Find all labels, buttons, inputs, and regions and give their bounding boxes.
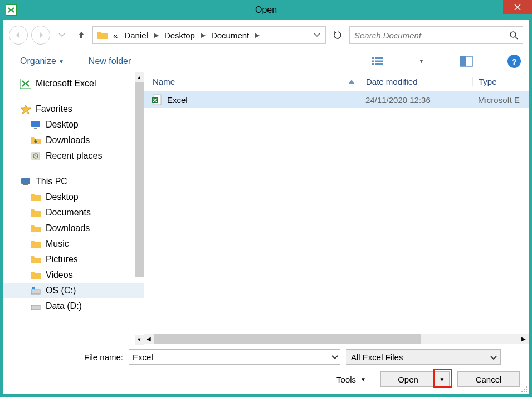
open-button[interactable]: Open bbox=[380, 371, 435, 387]
chevron-right-icon: ▶ bbox=[199, 31, 207, 39]
sidebar-item-label: Downloads bbox=[46, 223, 90, 233]
sidebar-item-pc-documents[interactable]: Documents bbox=[3, 205, 144, 220]
file-type-filter[interactable]: All Excel Files bbox=[346, 349, 501, 365]
sidebar-item-label: Music bbox=[46, 239, 69, 249]
sidebar-item-pc-datad[interactable]: Data (D:) bbox=[3, 298, 144, 314]
folder-download-icon bbox=[30, 135, 41, 145]
sidebar-item-label: This PC bbox=[36, 177, 67, 187]
sidebar-item-desktop[interactable]: Desktop bbox=[3, 117, 144, 133]
recent-icon bbox=[30, 151, 41, 161]
column-header-type[interactable]: Type bbox=[472, 77, 529, 86]
breadcrumb-bar[interactable]: « Daniel ▶ Desktop ▶ Document ▶ bbox=[92, 26, 326, 44]
chevron-down-icon[interactable]: ▼ bbox=[419, 58, 424, 64]
up-button[interactable] bbox=[74, 27, 89, 43]
svg-point-23 bbox=[524, 389, 525, 390]
column-header-date[interactable]: Date modified bbox=[360, 77, 472, 86]
path-dropdown-icon[interactable] bbox=[312, 30, 322, 40]
search-input[interactable] bbox=[354, 31, 506, 40]
svg-rect-16 bbox=[23, 184, 28, 185]
sidebar: Microsoft Excel Favorites Desktop Downlo… bbox=[3, 72, 144, 345]
back-button[interactable] bbox=[9, 26, 28, 45]
svg-rect-2 bbox=[372, 57, 374, 59]
svg-rect-9 bbox=[460, 56, 466, 66]
chevron-down-icon: ▼ bbox=[360, 376, 366, 383]
svg-rect-3 bbox=[375, 57, 383, 59]
folder-icon bbox=[30, 270, 41, 280]
sidebar-item-label: OS (C:) bbox=[46, 286, 76, 296]
folder-icon bbox=[30, 239, 41, 249]
breadcrumb-item[interactable]: Daniel bbox=[122, 31, 150, 40]
organize-menu[interactable]: Organize ▼ bbox=[20, 56, 64, 66]
sidebar-scrollbar[interactable]: ▲ ▼ bbox=[135, 72, 144, 345]
svg-point-1 bbox=[510, 32, 516, 37]
chevron-right-icon: ▶ bbox=[153, 31, 160, 39]
sidebar-item-label: Desktop bbox=[46, 120, 79, 130]
svg-rect-5 bbox=[375, 61, 383, 62]
chevron-down-icon[interactable] bbox=[331, 352, 338, 362]
search-icon bbox=[509, 31, 518, 40]
new-folder-button[interactable]: New folder bbox=[89, 56, 131, 66]
sidebar-item-pc-desktop[interactable]: Desktop bbox=[3, 189, 144, 205]
cancel-button[interactable]: Cancel bbox=[457, 371, 520, 387]
sidebar-item-excel[interactable]: Microsoft Excel bbox=[3, 76, 144, 91]
sort-asc-icon bbox=[349, 80, 354, 84]
svg-rect-7 bbox=[375, 63, 383, 65]
help-button[interactable]: ? bbox=[507, 55, 521, 68]
close-button[interactable] bbox=[503, 0, 532, 14]
sidebar-item-label: Pictures bbox=[46, 254, 78, 264]
column-header-name[interactable]: Name bbox=[144, 77, 360, 86]
refresh-button[interactable] bbox=[329, 27, 346, 43]
file-date: 24/11/2020 12:36 bbox=[360, 95, 472, 105]
file-row-selected[interactable]: Excel 24/11/2020 12:36 Microsoft E bbox=[144, 91, 529, 108]
sidebar-item-recent[interactable]: Recent places bbox=[3, 148, 144, 164]
tools-menu[interactable]: Tools ▼ bbox=[336, 375, 366, 384]
sidebar-item-downloads[interactable]: Downloads bbox=[3, 133, 144, 148]
view-options-button[interactable] bbox=[369, 53, 387, 69]
svg-point-25 bbox=[521, 391, 523, 392]
scroll-track[interactable] bbox=[154, 334, 519, 344]
file-name: Excel bbox=[167, 95, 188, 105]
sidebar-item-pc-pictures[interactable]: Pictures bbox=[3, 252, 144, 267]
excel-file-icon bbox=[152, 94, 163, 105]
column-header-row: Name Date modified Type bbox=[144, 72, 529, 91]
scroll-thumb[interactable] bbox=[135, 82, 144, 277]
desktop-icon bbox=[30, 120, 41, 130]
svg-rect-17 bbox=[31, 290, 40, 294]
sidebar-item-label: Desktop bbox=[46, 192, 79, 202]
sidebar-item-label: Recent places bbox=[46, 151, 102, 161]
scroll-thumb[interactable] bbox=[154, 334, 421, 344]
sidebar-item-pc-osc[interactable]: OS (C:) bbox=[3, 283, 144, 298]
scroll-right-icon[interactable]: ▶ bbox=[519, 334, 529, 344]
toolbar-row: Organize ▼ New folder ▼ ? bbox=[3, 50, 529, 72]
chevron-down-icon bbox=[490, 352, 497, 362]
chevron-right-icon: ▶ bbox=[253, 31, 261, 39]
scroll-up-icon[interactable]: ▲ bbox=[135, 72, 144, 82]
breadcrumb-item[interactable]: Desktop bbox=[162, 31, 197, 40]
scroll-left-icon[interactable]: ◀ bbox=[144, 334, 154, 344]
recent-dropdown[interactable] bbox=[53, 27, 70, 43]
nav-row: « Daniel ▶ Desktop ▶ Document ▶ bbox=[3, 20, 529, 50]
search-box[interactable] bbox=[349, 26, 523, 44]
resize-grip-icon[interactable] bbox=[520, 385, 528, 393]
folder-icon bbox=[30, 254, 41, 264]
sidebar-item-pc-music[interactable]: Music bbox=[3, 236, 144, 252]
breadcrumb-item[interactable]: Document bbox=[209, 31, 251, 40]
svg-rect-4 bbox=[372, 61, 374, 62]
file-name-label: File name: bbox=[84, 352, 123, 362]
file-name-input[interactable] bbox=[129, 349, 340, 365]
sidebar-item-label: Documents bbox=[46, 208, 91, 218]
sidebar-item-pc-downloads[interactable]: Downloads bbox=[3, 220, 144, 236]
sidebar-item-label: Data (D:) bbox=[46, 301, 82, 311]
window-title: Open bbox=[255, 5, 277, 15]
sidebar-item-label: Videos bbox=[46, 270, 73, 280]
excel-icon bbox=[20, 79, 31, 89]
scroll-down-icon[interactable]: ▼ bbox=[135, 335, 144, 345]
folder-icon bbox=[30, 192, 41, 202]
sidebar-item-thispc[interactable]: This PC bbox=[3, 174, 144, 189]
sidebar-item-favorites[interactable]: Favorites bbox=[3, 101, 144, 117]
preview-pane-button[interactable] bbox=[457, 53, 475, 69]
organize-label: Organize bbox=[20, 56, 56, 66]
forward-button[interactable] bbox=[31, 26, 50, 45]
sidebar-item-pc-videos[interactable]: Videos bbox=[3, 267, 144, 283]
horizontal-scrollbar[interactable]: ◀ ▶ bbox=[144, 332, 529, 345]
